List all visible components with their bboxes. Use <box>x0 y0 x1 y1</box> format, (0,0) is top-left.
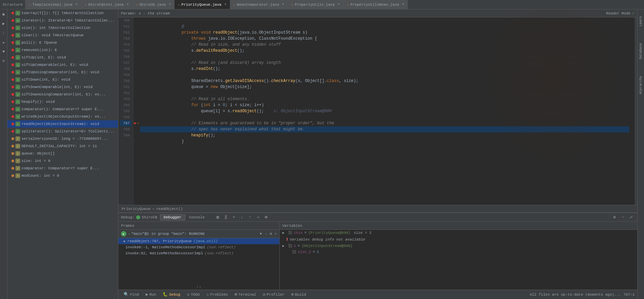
sidebar-item-comparator[interactable]: m comparator(): Comparator<? super E... <box>7 105 118 113</box>
method-icon: m <box>15 114 20 119</box>
sidebar-item-serialversionuid[interactable]: f serialVersionUID: long = -7720805057..… <box>7 135 118 142</box>
breakpoint-icon: ● <box>133 121 136 126</box>
minimize-debug-btn[interactable]: − <box>619 214 626 221</box>
thread-add-icon[interactable]: + <box>275 232 277 236</box>
profiler-btn[interactable]: ◎ Profiler <box>260 291 287 298</box>
visibility-indicator <box>11 19 14 22</box>
sidebar-item-siftupcomparable[interactable]: m siftUpComparable(int, E): void <box>7 61 118 69</box>
tab-priorityqueue[interactable]: ☕ PriorityQueue.java × <box>174 0 230 9</box>
sidebar-item-iterator[interactable]: m iterator(): Iterator<E> †AbstractColle… <box>7 17 118 24</box>
find-btn[interactable]: 🔍 Find <box>121 291 142 298</box>
debug-bottom-btn[interactable]: 🐛 Debug <box>160 291 183 298</box>
sidebar-item-siftdownusing[interactable]: m siftDownUsingComparator(int, E): vo... <box>7 91 118 98</box>
tab-close-icon[interactable]: × <box>282 3 284 6</box>
java-icon: ☕ <box>136 3 137 6</box>
sidebar-item-siftdowncomparable[interactable]: m siftDownComparable(int, E): void <box>7 83 118 91</box>
tab-close-icon[interactable]: × <box>169 3 171 6</box>
sidebar-item-siftup[interactable]: m siftUp(int, E): void <box>7 54 118 61</box>
tab-close-icon[interactable]: × <box>225 3 227 6</box>
step-into-btn[interactable]: ↓ <box>239 214 245 221</box>
tab-close-icon[interactable]: × <box>127 3 129 6</box>
bookmark-icon[interactable]: ★ <box>1 39 7 45</box>
scroll-up-btn[interactable]: ↑ <box>196 285 198 289</box>
debug-icon[interactable]: ◉ <box>1 11 7 17</box>
sidebar-item-comparator-field[interactable]: f comparator: Comparator<? super E... <box>7 165 118 172</box>
tab-close-icon[interactable]: × <box>402 3 404 6</box>
tab-debugger[interactable]: Debugger <box>160 214 185 220</box>
tab-close-icon[interactable]: × <box>76 3 78 6</box>
tab-console[interactable]: Console <box>186 214 208 220</box>
thread-play-btn[interactable]: ▶ <box>121 231 126 237</box>
tab-propertyutilsbean[interactable]: ☕ PropertyUtilsBean.java × <box>344 0 408 9</box>
thread-filter-icon[interactable]: ⊞ <box>270 232 272 236</box>
thread-down-arrow[interactable]: ↓ <box>265 232 267 236</box>
sidebar-item-modcount[interactable]: f modCount: int = 0 <box>7 172 118 179</box>
sidebar-item-size[interactable]: m size(): int †AbstractCollection <box>7 24 118 32</box>
tab-templatesiml[interactable]: ☕ TemplatesImpl.java × <box>26 0 81 9</box>
database-label[interactable]: Database <box>639 43 643 59</box>
settings-icon[interactable]: ⚙ <box>611 214 618 221</box>
gutter-791 <box>133 84 140 90</box>
tab-shirocb[interactable]: ☕ ShiroCB.java × <box>132 0 175 9</box>
sidebar-item-siftupusing[interactable]: m siftUpUsingComparator(int, E): void <box>7 69 118 76</box>
tab-propertyutils[interactable]: ☕ PropertyUtils.java × <box>288 0 344 9</box>
thread-dropdown-arrow[interactable]: ▼ <box>260 232 262 236</box>
pause-btn[interactable]: ‖ <box>223 214 229 221</box>
evaluate-btn[interactable]: ⊞ <box>263 214 270 221</box>
scroll-down-btn[interactable]: ↓ <box>199 285 201 289</box>
sidebar-item-label: writeObject(ObjectOutputStream): vo... <box>22 115 106 119</box>
frame-item-2[interactable]: invoke:62, NativeMethodAccessorImpl (sun… <box>118 250 279 256</box>
sidebar-item-default-capacity[interactable]: f DEFAULT_INITIAL_CAPACITY: int = 11 <box>7 142 118 150</box>
step-icon[interactable]: ↓ <box>1 30 7 36</box>
tab-beancomparator[interactable]: ☕ BeanComparator.java × <box>230 0 288 9</box>
sidebar-item-label: readObject(ObjectInputStream): void <box>22 122 99 126</box>
tab-shirocbtest[interactable]: ☕ ShiroCBtest.java × <box>81 0 132 9</box>
gutter-794 <box>133 102 140 108</box>
step-over-btn[interactable]: ↷ <box>231 214 237 221</box>
step-out-btn[interactable]: ↑ <box>247 214 253 221</box>
sidebar-item-queue[interactable]: f queue: Object[] <box>7 150 118 157</box>
editor-scrollbar[interactable] <box>635 17 637 205</box>
var-item-this[interactable]: ▶ ⬛ this = {PriorityQueue@899} size = 2 <box>280 230 637 236</box>
tab-close-icon[interactable]: × <box>338 3 340 6</box>
resume-btn[interactable]: ▤ <box>214 214 221 221</box>
frame-item-1[interactable]: invoke0:-1, NativeMethodAccessorImpl (su… <box>118 244 279 250</box>
expand-arrow-this[interactable]: ▶ <box>282 231 286 235</box>
learn-label[interactable]: Learn <box>639 16 643 26</box>
code-editor[interactable]: 780 781 782 783 784 785 786 787 788 789 … <box>118 17 637 205</box>
expand-debug-btn[interactable]: ⤢ <box>628 214 635 221</box>
sidebar-item-readobject[interactable]: m readObject(ObjectInputStream): void <box>7 120 118 128</box>
sidebar-item-size-field[interactable]: f size: int = 0 <box>7 157 118 165</box>
hierarchy-label[interactable]: Hierarchy <box>639 76 643 94</box>
expand-arrow-s[interactable]: ▶ <box>282 244 286 248</box>
build-icon: ⚙ <box>291 292 293 297</box>
sidebar-item-removeat[interactable]: m removeAt(int): E <box>7 46 118 54</box>
code-content[interactable]: @ private void readObject(java.io.Object… <box>140 17 635 205</box>
sidebar-item-poll[interactable]: m poll(): E †Queue <box>7 39 118 46</box>
code-line-798: } <box>143 132 632 138</box>
debug-icon-bottom: 🐛 <box>163 292 168 297</box>
gutter-798 <box>133 126 140 132</box>
sidebar-item-clear[interactable]: m clear(): void †AbstractQueue <box>7 32 118 39</box>
thread-status-check: ✓ <box>128 232 130 236</box>
terminal-btn[interactable]: ⊞ Terminal <box>232 291 259 298</box>
sidebar-item-toarray[interactable]: m toArray(T[]): T[] †AbstractCollection <box>7 9 118 17</box>
sidebar-item-heapify[interactable]: m heapify(): void <box>7 98 118 105</box>
method-icon: m <box>15 77 20 82</box>
run-icon[interactable]: ▶ <box>1 20 7 27</box>
gutter-783 <box>133 36 140 42</box>
sidebar-item-siftdown[interactable]: m siftDown(int, E): void <box>7 76 118 83</box>
structure2-icon[interactable]: ≡ <box>1 58 7 64</box>
todo-btn[interactable]: ☑ TODO <box>184 291 202 298</box>
sidebar-item-writeobject[interactable]: m writeObject(ObjectOutputStream): vo... <box>7 113 118 120</box>
favorites-icon[interactable]: ♥ <box>1 49 7 55</box>
var-item-s[interactable]: ▶ ⬛ s = {ObjectInputStream@900} <box>280 243 637 249</box>
var-item-slot2[interactable]: ⬛ slot_2 = 2 <box>280 249 637 255</box>
build-btn[interactable]: ⚙ Build <box>288 291 309 298</box>
line-num-780: 780 <box>120 17 131 24</box>
sidebar-item-spliterator[interactable]: m spliterator(): Spliterator<E> †Collect… <box>7 128 118 135</box>
run-cursor-btn[interactable]: ⇒ <box>255 214 261 221</box>
run-btn[interactable]: ▶ Run <box>143 291 159 298</box>
frame-item-0[interactable]: ▶ readObject:797, PriorityQueue (java.ut… <box>118 238 279 244</box>
problems-btn[interactable]: ⚠ Problems <box>204 291 231 298</box>
